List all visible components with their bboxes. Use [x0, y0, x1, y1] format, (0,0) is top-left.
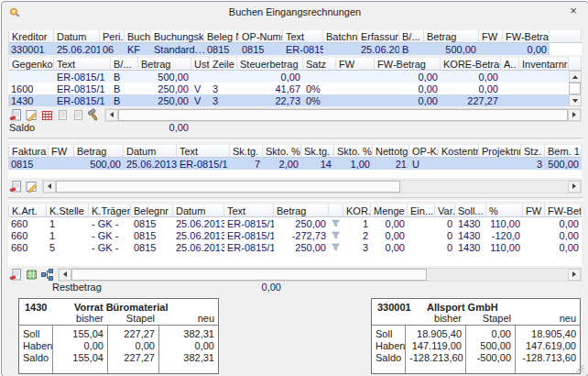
col-header-skto2[interactable]: Skto. % 2 [334, 144, 373, 158]
col-header-zeile[interactable]: Zeile [210, 57, 237, 71]
col-header-fw[interactable]: FW [336, 57, 375, 71]
scroll-up-button[interactable] [569, 71, 582, 83]
scroll-right-button[interactable] [568, 181, 581, 193]
col-header-gegenkonto[interactable]: Gegenkonto [8, 57, 54, 71]
kreditor-row[interactable]: 330001 25.06.2013 06 KF Standard... 0815… [8, 43, 582, 55]
scroll-down-button[interactable] [569, 94, 582, 106]
kost-row[interactable]: 660 1 - GK - 0815 25.06.2013 ER-0815/1 2… [8, 217, 582, 229]
col-header-buchungskreis[interactable]: Buchungskreis [151, 29, 204, 43]
col-header-a[interactable]: A.. [501, 57, 519, 71]
gegenkonto-row[interactable]: 1600 ER-0815/1 B 250,00 V 3 41,67 0% 0,0… [8, 83, 569, 94]
col-header-bn[interactable]: B/... [111, 57, 138, 71]
scrollbar-thumb[interactable] [118, 109, 568, 121]
horizontal-scrollbar[interactable] [104, 108, 582, 122]
col-header-kore-betrag[interactable]: KORE-Betrag [441, 57, 501, 71]
col-header-pct[interactable]: % [486, 204, 523, 217]
col-header-betrag[interactable]: Betrag [74, 144, 124, 158]
col-header-text[interactable]: Text [283, 29, 323, 43]
tools-hammer-icon[interactable] [86, 108, 101, 122]
gegenkonto-row[interactable]: ER-0815/1 B 500,00 0,00 0,00 0,00 [8, 71, 569, 83]
resize-grip[interactable] [574, 363, 584, 373]
col-header-periode[interactable]: Peri... [100, 29, 125, 43]
col-header-fw-betrag[interactable]: FW-Betrag [503, 29, 550, 43]
edit-icon[interactable] [24, 108, 38, 122]
document-icon[interactable] [71, 108, 85, 122]
col-header-kreditor[interactable]: Kreditor [8, 29, 54, 43]
col-header-ein[interactable]: Ein... [408, 204, 435, 217]
scroll-right-button[interactable] [568, 269, 581, 281]
delete-row-icon[interactable] [8, 180, 23, 194]
col-header-betrag[interactable]: Betrag [424, 29, 479, 43]
document-icon[interactable] [55, 108, 70, 122]
col-header-opnummer[interactable]: OP-Nummer [239, 29, 283, 43]
col-header-datum[interactable]: Datum [124, 144, 177, 158]
col-header-text[interactable]: Text [177, 144, 230, 158]
col-header-bn[interactable]: B/... [399, 29, 424, 43]
col-header-var[interactable]: Var. [435, 204, 455, 217]
kost-row[interactable]: 660 5 - GK - 0815 25.06.2013 ER-0815/1 2… [8, 241, 582, 253]
table-green-icon[interactable] [24, 268, 38, 282]
col-header-kstelle[interactable]: K.Stelle [47, 204, 89, 217]
scrollbar-track[interactable] [569, 83, 582, 94]
horizontal-scrollbar[interactable] [42, 180, 582, 194]
col-header-fw-betrag[interactable]: FW-Betra [545, 204, 582, 217]
scrollbar-thumb[interactable] [569, 83, 581, 94]
col-header-text[interactable]: Text [224, 204, 274, 217]
edit-icon[interactable] [24, 180, 38, 194]
calc-grid-icon[interactable] [39, 108, 54, 122]
col-header-faktura[interactable]: Faktura [8, 144, 49, 158]
col-header-sktg1[interactable]: Sk.tg. 1 [230, 144, 263, 158]
col-header-fw[interactable]: FW [479, 29, 503, 43]
scroll-right-button[interactable] [568, 109, 581, 121]
col-header-skto1[interactable]: Skto. % 1 [263, 144, 301, 158]
funnel-icon[interactable] [332, 219, 340, 227]
col-header-batchnr[interactable]: Batchnr. [323, 29, 358, 43]
funnel-icon[interactable] [332, 231, 340, 239]
col-header-satz[interactable]: Satz [303, 57, 336, 71]
close-icon[interactable]: × [566, 4, 581, 18]
faktura-row[interactable]: 0815 500,00 25.06.2013 ER-0815/1 7 2,00 … [8, 158, 582, 170]
col-header-kor[interactable]: KOR... [343, 204, 371, 217]
col-header-datum[interactable]: Datum [173, 204, 224, 217]
col-header-betrag[interactable]: Betrag [274, 204, 329, 217]
scrollbar-thumb[interactable] [71, 269, 427, 281]
col-header-belegnr[interactable]: Belegnr [131, 204, 173, 217]
scroll-left-button[interactable] [105, 109, 118, 121]
scroll-left-button[interactable] [43, 181, 56, 193]
delete-row-icon[interactable] [8, 268, 23, 282]
split-distribution-icon[interactable] [39, 268, 54, 282]
col-header-kostentr[interactable]: Kostentr. [439, 144, 479, 158]
delete-row-icon[interactable] [8, 108, 23, 122]
scrollbar-thumb[interactable] [56, 181, 400, 193]
col-header-buchart[interactable]: Buch... [125, 29, 151, 43]
cell: 500,00 [138, 71, 191, 83]
col-header-erfassung[interactable]: Erfassun... [358, 29, 399, 43]
col-bisher: 155,04 0,00 155,04 [52, 326, 107, 373]
kost-row[interactable]: 660 1 - GK - 0815 25.06.2013 ER-0815/1 -… [8, 229, 582, 241]
col-header-nettotg[interactable]: Nettotg. [373, 144, 409, 158]
col-header-soll[interactable]: Soll... [455, 204, 486, 217]
col-header-ktraeger[interactable]: K.Träger [89, 204, 131, 217]
col-header-fw-betrag[interactable]: FW-Betrag [375, 57, 441, 71]
col-header-opkz[interactable]: OP-Kz. [409, 144, 439, 158]
col-header-fw[interactable]: FW [49, 144, 74, 158]
buchungskreis-ellipsis-button[interactable]: ... [195, 44, 204, 55]
col-header-betrag[interactable]: Betrag [138, 57, 191, 71]
col-header-steuerbetrag[interactable]: Steuerbetrag [237, 57, 303, 71]
gegenkonto-row[interactable]: 1430 ER-0815/1 B 250,00 V 3 22,73 0% 0,0… [8, 94, 569, 106]
col-header-sktg2[interactable]: Sk.tg. 2 [301, 144, 334, 158]
col-header-text[interactable]: Text [54, 57, 111, 71]
col-header-kart[interactable]: K.Art. [8, 204, 47, 217]
col-header-fw[interactable]: FW [523, 204, 545, 217]
funnel-icon[interactable] [332, 243, 340, 251]
col-header-ust[interactable]: Ust [191, 57, 210, 71]
col-header-bem1[interactable]: Bem. 1 [545, 144, 582, 158]
scroll-left-button[interactable] [59, 269, 71, 281]
col-header-belegnr[interactable]: Beleg Nr. [204, 29, 239, 43]
col-header-menge[interactable]: Menge [371, 204, 408, 217]
col-header-stz1[interactable]: Stz. 1 [521, 144, 545, 158]
col-header-projektnr[interactable]: Projektnr [479, 144, 521, 158]
col-header-datum[interactable]: Datum [54, 29, 100, 43]
horizontal-scrollbar[interactable] [58, 268, 582, 282]
col-header-inventarnr[interactable]: Inventarnr. [519, 57, 569, 71]
